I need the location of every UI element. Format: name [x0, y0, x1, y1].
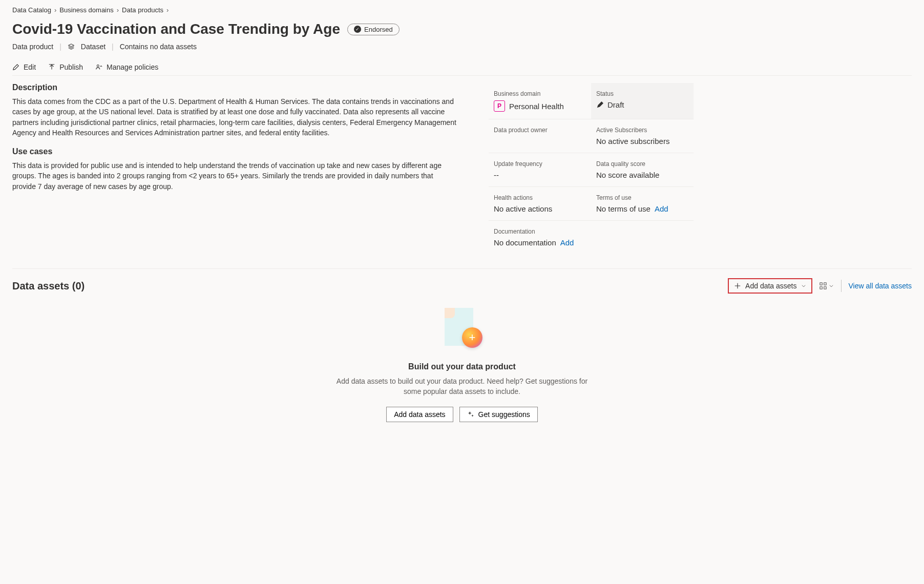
- breadcrumb-item[interactable]: Data products: [122, 6, 163, 14]
- meta-health-actions: Health actions No active actions: [489, 187, 591, 221]
- plus-icon: [734, 282, 741, 289]
- add-terms-link[interactable]: Add: [655, 204, 668, 213]
- page-title: Covid-19 Vaccination and Case Trending b…: [12, 21, 340, 37]
- dataset-icon: [68, 43, 75, 50]
- chevron-right-icon: ›: [117, 6, 119, 14]
- add-docs-link[interactable]: Add: [560, 238, 574, 247]
- upload-icon: [48, 64, 55, 71]
- chevron-right-icon: ›: [166, 6, 169, 14]
- svg-rect-1: [820, 283, 822, 285]
- domain-tile-icon: P: [494, 100, 505, 112]
- add-data-assets-empty-button[interactable]: Add data assets: [386, 407, 453, 422]
- description-heading: Description: [12, 83, 458, 92]
- empty-subtitle: Add data assets to build out your data p…: [329, 377, 595, 397]
- empty-illustration: +: [442, 308, 482, 349]
- get-suggestions-button[interactable]: Get suggestions: [459, 407, 538, 422]
- kind-label: Data product: [12, 43, 53, 51]
- publish-button[interactable]: Publish: [48, 63, 83, 71]
- meta-owner: Data product owner: [489, 119, 591, 153]
- draft-icon: [596, 101, 603, 109]
- data-assets-heading: Data assets (0): [12, 280, 85, 292]
- sparkle-icon: [467, 411, 474, 418]
- meta-dq-score: Data quality score No score available: [591, 153, 694, 187]
- svg-point-0: [97, 65, 99, 67]
- svg-rect-4: [824, 287, 826, 289]
- manage-policies-button[interactable]: Manage policies: [95, 63, 158, 71]
- type-label: Dataset: [81, 43, 106, 51]
- grid-icon: [820, 282, 827, 289]
- meta-status: Status Draft: [591, 83, 694, 119]
- svg-rect-2: [824, 283, 826, 285]
- chevron-right-icon: ›: [54, 6, 56, 14]
- metadata-panel: Business domain P Personal Health Status…: [489, 83, 694, 254]
- plus-circle-icon: +: [462, 327, 482, 348]
- use-cases-heading: Use cases: [12, 147, 458, 156]
- empty-state: + Build out your data product Add data a…: [329, 308, 595, 422]
- breadcrumb: Data Catalog › Business domains › Data p…: [12, 6, 912, 14]
- meta-documentation: Documentation No documentation Add: [489, 221, 694, 254]
- actions-toolbar: Edit Publish Manage policies: [12, 59, 912, 76]
- breadcrumb-item[interactable]: Business domains: [59, 6, 114, 14]
- view-grid-toggle[interactable]: [820, 282, 834, 289]
- edit-button[interactable]: Edit: [12, 63, 36, 71]
- people-icon: [95, 64, 102, 71]
- subheader: Data product | Dataset | Contains no dat…: [12, 43, 912, 51]
- add-data-assets-button[interactable]: Add data assets: [728, 278, 812, 294]
- meta-update-frequency: Update frequency --: [489, 153, 591, 187]
- empty-title: Build out your data product: [329, 362, 595, 371]
- meta-subscribers: Active Subscribers No active subscribers: [591, 119, 694, 153]
- svg-rect-3: [820, 287, 822, 289]
- view-all-data-assets-link[interactable]: View all data assets: [849, 282, 912, 290]
- pencil-icon: [12, 64, 19, 71]
- meta-business-domain: Business domain P Personal Health: [489, 83, 591, 119]
- meta-terms: Terms of use No terms of use Add: [591, 187, 694, 221]
- breadcrumb-item[interactable]: Data Catalog: [12, 6, 51, 14]
- description-body: This data comes from the CDC as a part o…: [12, 96, 458, 138]
- endorsed-badge: Endorsed: [347, 24, 400, 35]
- endorsed-label: Endorsed: [364, 26, 393, 33]
- chevron-down-icon: [801, 283, 806, 288]
- assets-note: Contains no data assets: [120, 43, 197, 51]
- divider: [12, 268, 912, 269]
- use-cases-body: This data is provided for public use and…: [12, 160, 458, 192]
- chevron-down-icon: [829, 283, 834, 288]
- endorsed-icon: [354, 26, 361, 33]
